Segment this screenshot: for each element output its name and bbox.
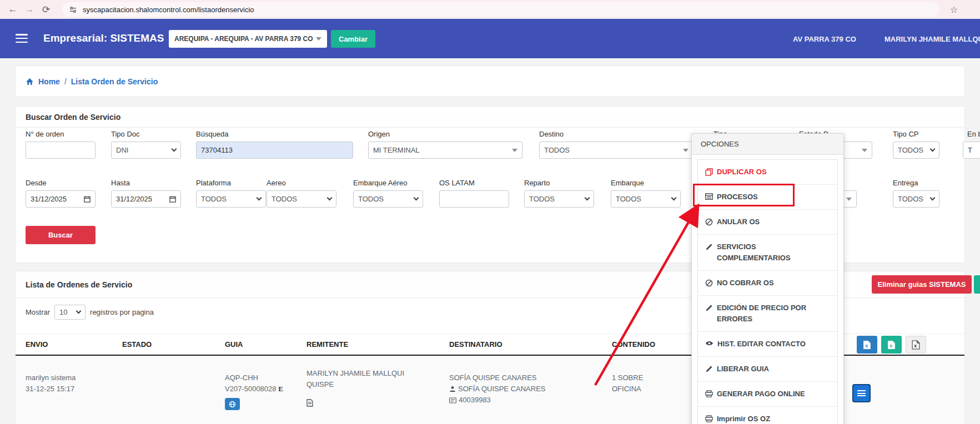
tipo-doc-select[interactable]: DNI <box>111 142 181 159</box>
menu-item-hist-editar-contacto[interactable]: HIST. EDITAR CONTACTO <box>698 332 837 357</box>
reparto-select[interactable]: TODOS <box>524 190 594 208</box>
chevron-down-icon <box>930 147 936 152</box>
svg-text:x: x <box>889 343 892 349</box>
field-destino: Destino TODOS <box>539 130 693 159</box>
home-icon <box>26 78 34 85</box>
annotation-highlight-box <box>693 184 795 206</box>
orders-list-title: Lista de Ordenes de Servicio <box>26 280 132 289</box>
field-en-b-label: En b <box>963 130 980 139</box>
field-origen-label: Origen <box>368 130 522 139</box>
pencil-icon <box>705 243 713 251</box>
menu-item-edicion-precio[interactable]: EDICIÓN DE PRECIO POR ERRORES <box>698 296 837 332</box>
plataforma-select[interactable]: TODOS <box>196 190 266 208</box>
field-entrega-label: Entrega <box>893 179 939 188</box>
en-b-input[interactable]: T <box>963 142 980 159</box>
guia-flag: E <box>278 385 283 393</box>
printer-icon <box>705 415 713 422</box>
row-options-button[interactable] <box>852 384 871 402</box>
menu-item-anular-os[interactable]: ANULAR OS <box>698 210 837 235</box>
field-embarque-aereo-label: Embarque Aéreo <box>353 179 423 188</box>
app-header: Empresarial: SISTEMAS AREQUIPA - AREQUIP… <box>0 19 980 58</box>
menu-item-imprimir-os-oz[interactable]: Imprimir OS OZ <box>698 407 837 424</box>
field-en-b: En b T <box>963 130 980 159</box>
chevron-down-icon <box>683 149 688 152</box>
dni-card-icon <box>449 397 456 403</box>
ban-icon <box>705 279 713 287</box>
page-size-row: Mostrar 10 registros por pagina <box>26 305 154 320</box>
svg-text:x: x <box>865 343 868 349</box>
document-icon[interactable] <box>306 399 313 407</box>
pencil-icon <box>705 304 713 312</box>
chevron-down-icon <box>930 195 936 201</box>
options-menu: OPCIONES DUPLICAR OS PROCESOS ANULAR OS … <box>691 133 844 424</box>
embarque-select[interactable]: TODOS <box>611 190 681 208</box>
field-entrega: Entrega TODOS <box>893 179 939 208</box>
field-destino-label: Destino <box>539 130 693 139</box>
embarque-aereo-select[interactable]: TODOS <box>353 190 423 208</box>
field-desde-label: Desde <box>26 179 96 188</box>
origen-select[interactable]: MI TERMINAL <box>368 142 522 159</box>
buscar-button[interactable]: Buscar <box>26 226 96 244</box>
menu-item-liberar-guia[interactable]: LIBERAR GUIA <box>698 357 837 382</box>
cell-contenido: 1 SOBRE OFICINA <box>612 372 643 395</box>
reload-icon[interactable]: ⟳ <box>38 4 54 16</box>
copy-icon <box>705 168 713 176</box>
aereo-select[interactable]: TODOS <box>267 190 336 208</box>
orden-input[interactable] <box>26 142 96 159</box>
per-page-label: registros por pagina <box>90 308 154 316</box>
chevron-down-icon <box>257 195 262 201</box>
chevron-down-icon <box>585 195 590 201</box>
user-name-label[interactable]: MARILYN JHAMILE MALLQUI <box>884 35 980 43</box>
chevron-down-icon <box>414 195 419 201</box>
forward-icon[interactable]: → <box>21 4 38 15</box>
col-guia: GUIA <box>225 340 243 349</box>
entrega-select[interactable]: TODOS <box>893 190 939 208</box>
svg-text:x: x <box>914 343 917 349</box>
chevron-down-icon <box>862 149 867 152</box>
menu-item-generar-pago-online[interactable]: GENERAR PAGO ONLINE <box>698 382 837 407</box>
mostrar-label: Mostrar <box>26 308 50 316</box>
menu-item-servicios-complementarios[interactable]: SERVICIOS COMPLEMENTARIOS <box>698 235 837 271</box>
partial-green-button[interactable] <box>974 275 980 294</box>
site-settings-icon[interactable] <box>69 6 77 14</box>
cell-envio: marilyn sistema 31-12-25 15:17 <box>26 372 76 395</box>
field-tipo-doc: Tipo Doc DNI <box>111 130 181 159</box>
field-orden-label: N° de orden <box>26 130 96 139</box>
desde-date-input[interactable]: 31/12/2025 <box>26 190 96 208</box>
menu-toggle-icon[interactable] <box>16 34 28 43</box>
export-excel-plain-button[interactable]: x <box>906 336 926 354</box>
change-office-button[interactable]: Cambiar <box>331 30 375 48</box>
export-excel-green-button[interactable]: x <box>881 336 902 354</box>
menu-item-no-cobrar-os[interactable]: NO COBRAR OS <box>698 271 837 296</box>
field-reparto-label: Reparto <box>524 179 594 188</box>
hasta-date-input[interactable]: 31/12/2025 <box>111 190 181 208</box>
chevron-down-icon <box>671 195 677 201</box>
pencil-icon <box>705 365 713 373</box>
breadcrumb: Home / Lista Orden de Servicio <box>26 77 158 86</box>
breadcrumb-home[interactable]: Home <box>38 77 60 86</box>
tracking-globe-button[interactable] <box>225 398 240 410</box>
office-select[interactable]: AREQUIPA - AREQUIPA - AV PARRA 379 CO <box>169 30 327 48</box>
bookmark-star-icon[interactable]: ☆ <box>950 4 958 15</box>
page-size-select[interactable]: 10 <box>54 305 86 320</box>
delete-guias-button[interactable]: Eliminar guias SISTEMAS <box>872 275 972 294</box>
back-icon[interactable]: ← <box>4 4 21 15</box>
os-latam-input[interactable] <box>439 190 509 208</box>
breadcrumb-current[interactable]: Lista Orden de Servicio <box>71 77 158 86</box>
export-excel-blue-button[interactable]: x <box>857 336 877 354</box>
current-office-label[interactable]: AV PARRA 379 CO <box>793 35 856 43</box>
globe-icon <box>229 401 236 408</box>
chevron-down-icon <box>846 198 852 201</box>
field-embarque: Embarque TODOS <box>611 179 681 208</box>
cell-guia: AQP-CHH V207-50008028 E <box>225 372 283 411</box>
menu-item-duplicar-os[interactable]: DUPLICAR OS <box>698 160 837 185</box>
destino-select[interactable]: TODOS <box>539 142 693 159</box>
tipo-cp-select[interactable]: TODOS <box>893 142 939 159</box>
ban-icon <box>705 218 713 226</box>
field-plataforma-label: Plataforma <box>196 179 266 188</box>
busqueda-input[interactable]: 73704113 <box>196 142 353 159</box>
field-hasta-label: Hasta <box>111 179 181 188</box>
address-bar[interactable]: syscapacitacion.shalomcontrol.com/listao… <box>62 2 939 17</box>
field-orden: N° de orden <box>26 130 96 159</box>
field-desde: Desde 31/12/2025 <box>26 179 96 208</box>
